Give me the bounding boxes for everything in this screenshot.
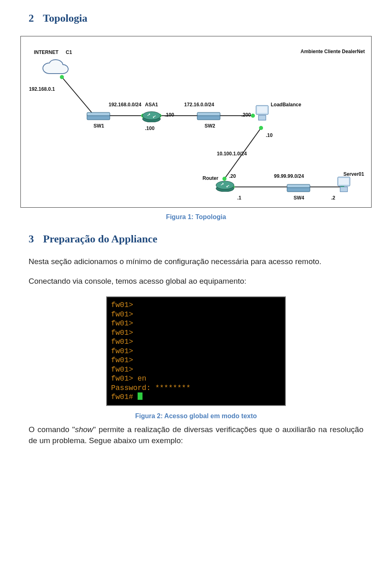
figure2-caption: Figura 2: Acesso global em modo texto [29,412,363,420]
label-asa1: ASA1 [145,102,158,108]
terminal-line: fw01> [111,310,281,319]
label-asa1-ip: .100 [165,112,174,118]
terminal-line: Password: ******** [111,383,281,393]
svg-rect-36 [340,187,347,192]
label-server01: Server01 [343,171,364,177]
label-internet: INTERNET [34,49,58,55]
svg-rect-26 [197,112,220,116]
label-srv-ip: .2 [331,195,335,201]
terminal-line: fw01> [111,337,281,347]
heading-title: Topologia [43,12,87,24]
svg-rect-28 [257,107,267,113]
label-loadbalance: LoadBalance [271,102,301,108]
switch-sw2-icon [196,111,221,121]
label-router: Router [203,175,218,181]
cloud-icon [41,59,74,78]
svg-rect-33 [287,184,310,188]
server01-pc-icon [335,175,353,193]
topology-figure: INTERNET C1 192.168.0.1 192.168.0.0/24 S… [20,36,372,208]
terminal-line: fw01> [111,300,281,310]
svg-rect-29 [258,115,266,120]
asa-router-icon [142,110,161,122]
label-net-172-16-0-0: 172.16.0.0/24 [184,102,214,108]
router-icon [215,179,235,192]
label-ambiente-cliente: Ambiente Cliente DealerNet [301,49,365,54]
label-lb-ip-10: .10 [266,132,273,138]
terminal-cursor-icon [138,392,143,400]
switch-sw1-icon [86,111,111,121]
label-c1: C1 [66,49,72,55]
terminal-line: fw01> [111,319,281,328]
terminal-screenshot: fw01> fw01> fw01> fw01> fw01> fw01> fw01… [106,296,286,406]
label-net-10-100-1-0: 10.100.1.0/24 [217,151,247,157]
label-net-99-99-99-0: 99.99.99.0/24 [274,173,304,179]
label-sw1: SW1 [94,123,104,129]
terminal-line: fw01> [111,347,281,356]
label-router-ip-20: .20 [229,173,236,179]
label-ip-192-168-0-1: 192.168.0.1 [29,86,55,92]
svg-point-13 [259,126,263,130]
terminal-line: fw01> [111,365,281,374]
p3-pre: O comando " [29,425,75,434]
svg-rect-22 [87,112,110,116]
p3-show: show [75,425,93,434]
svg-point-31 [216,181,234,189]
svg-point-24 [143,112,160,120]
svg-rect-35 [339,178,349,184]
figure1-caption: Figura 1: Topologia [29,213,363,221]
label-asa1-ip-below: .100 [145,126,154,131]
label-lb-ip-200: .200 [241,112,251,118]
switch-sw4-icon [286,183,311,193]
label-router-ip-1: .1 [237,195,241,201]
terminal-line-cursor: fw01# [111,392,281,402]
terminal-line: fw01> en [111,374,281,383]
paragraph-show-command: O comando "show" permite a realização de… [29,424,363,446]
heading-number-3: 3 [29,233,34,245]
terminal-line: fw01> [111,328,281,338]
paragraph-intro: Nesta seção adicionamos o mínimo de conf… [29,256,363,267]
paragraph-console: Conectando via console, temos acesso glo… [29,276,363,287]
svg-line-0 [62,77,95,116]
section-heading-topologia: 2 Topologia [29,12,363,25]
label-sw2: SW2 [205,123,215,129]
terminal-line: fw01> [111,356,281,365]
heading-title-3: Preparação do Appliance [43,233,158,245]
heading-number: 2 [29,12,34,24]
label-net-192-168-0-0: 192.168.0.0/24 [109,102,141,108]
loadbalance-pc-icon [254,104,272,122]
label-sw4: SW4 [294,195,304,201]
section-heading-preparacao: 3 Preparação do Appliance [29,233,363,245]
